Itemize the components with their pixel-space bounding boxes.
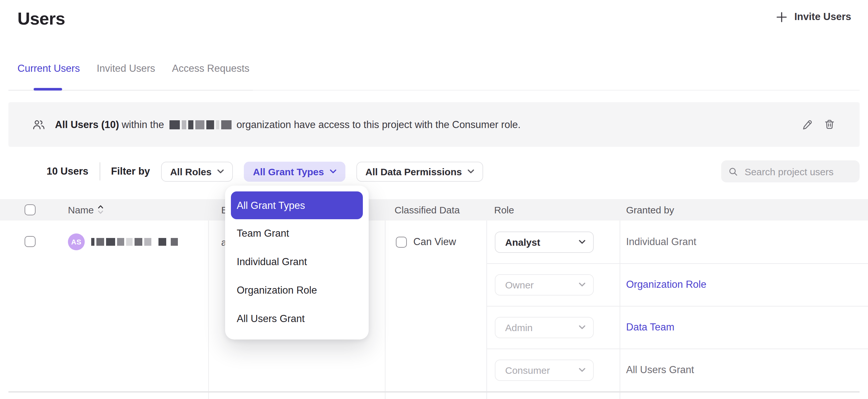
role-select-admin: Admin xyxy=(495,316,594,338)
delete-button[interactable] xyxy=(824,119,835,130)
filter-all-data-permissions[interactable]: All Data Permissions xyxy=(356,161,483,181)
tab-bar: Current Users Invited Users Access Reque… xyxy=(18,63,249,74)
banner-prefix-text: within the xyxy=(122,119,164,130)
filter-by-label: Filter by xyxy=(111,165,150,177)
granted-by-individual-grant: Individual Grant xyxy=(626,220,696,263)
column-name-label: Name xyxy=(68,204,94,215)
column-granted-by: Granted by xyxy=(626,199,674,220)
select-all-checkbox[interactable] xyxy=(25,204,36,215)
grant-type-dropdown: All Grant Types Team Grant Individual Gr… xyxy=(225,186,369,339)
column-name[interactable]: Name xyxy=(68,199,103,220)
dropdown-item-organization-role[interactable]: Organization Role xyxy=(231,276,363,305)
role-select-owner: Owner xyxy=(495,274,594,295)
grant-subrow: Admin Data Team xyxy=(0,306,868,348)
role-select-value: Analyst xyxy=(505,236,540,247)
users-icon xyxy=(32,119,45,130)
active-tab-indicator xyxy=(34,88,62,91)
search-input[interactable] xyxy=(743,165,852,178)
role-select-value: Owner xyxy=(505,279,534,290)
chevron-down-icon xyxy=(330,170,336,173)
banner-actions xyxy=(802,119,835,130)
grant-subrow: Consumer All Users Grant xyxy=(0,348,868,391)
banner-suffix-text: organization have access to this project… xyxy=(237,119,521,130)
filter-all-grant-types-label: All Grant Types xyxy=(253,166,324,177)
filter-all-roles[interactable]: All Roles xyxy=(161,161,233,181)
role-select-analyst[interactable]: Analyst xyxy=(495,231,594,252)
search-icon xyxy=(729,166,737,176)
plus-icon xyxy=(776,11,787,22)
role-select-value: Consumer xyxy=(505,364,550,375)
granted-by-data-team[interactable]: Data Team xyxy=(626,306,674,348)
dropdown-item-all-grant-types[interactable]: All Grant Types xyxy=(231,191,363,219)
row-divider xyxy=(8,391,860,393)
pencil-icon xyxy=(802,119,813,130)
role-select-value: Admin xyxy=(505,322,533,333)
banner-bold-text: All Users (10) xyxy=(55,119,119,130)
invite-users-button[interactable]: Invite Users xyxy=(776,11,851,23)
tab-invited-users[interactable]: Invited Users xyxy=(97,63,155,74)
all-users-access-banner: All Users (10)within theorganization hav… xyxy=(8,102,860,147)
sort-icon[interactable] xyxy=(98,200,103,221)
tab-access-requests[interactable]: Access Requests xyxy=(172,63,250,74)
tab-current-users[interactable]: Current Users xyxy=(18,63,80,74)
dropdown-item-all-users-grant[interactable]: All Users Grant xyxy=(231,305,363,333)
trash-icon xyxy=(824,119,835,130)
dropdown-item-team-grant[interactable]: Team Grant xyxy=(231,219,363,248)
filter-all-grant-types[interactable]: All Grant Types xyxy=(244,161,345,181)
granted-by-all-users-grant: All Users Grant xyxy=(626,348,694,391)
users-count: 10 Users xyxy=(46,165,88,177)
filter-divider xyxy=(99,162,100,180)
redacted-org-name xyxy=(169,120,231,129)
chevron-down-icon xyxy=(579,325,585,329)
chevron-down-icon xyxy=(579,283,585,286)
role-select-consumer: Consumer xyxy=(495,359,594,380)
chevron-down-icon xyxy=(579,368,585,372)
banner-text: All Users (10)within theorganization hav… xyxy=(55,119,521,130)
users-page: Users Invite Users Current Users Invited… xyxy=(0,0,868,399)
granted-by-organization-role[interactable]: Organization Role xyxy=(626,263,706,306)
dropdown-item-individual-grant[interactable]: Individual Grant xyxy=(231,248,363,276)
filter-bar: 10 Users Filter by All Roles All Grant T… xyxy=(46,160,483,182)
grant-subrow: Owner Organization Role xyxy=(0,263,868,306)
chevron-down-icon xyxy=(217,170,224,173)
edit-button[interactable] xyxy=(802,119,813,130)
filter-all-roles-label: All Roles xyxy=(170,166,212,177)
page-title: Users xyxy=(18,9,65,29)
column-role: Role xyxy=(494,199,514,220)
invite-users-label: Invite Users xyxy=(794,11,851,23)
table-header: Name Email Classified Data Role Granted … xyxy=(0,199,868,220)
search-box xyxy=(721,160,860,182)
chevron-down-icon xyxy=(579,240,585,244)
filter-all-data-permissions-label: All Data Permissions xyxy=(366,166,462,177)
grant-subrow: Analyst Individual Grant xyxy=(0,220,868,263)
chevron-down-icon xyxy=(468,170,474,173)
column-classified-data: Classified Data xyxy=(395,199,460,220)
